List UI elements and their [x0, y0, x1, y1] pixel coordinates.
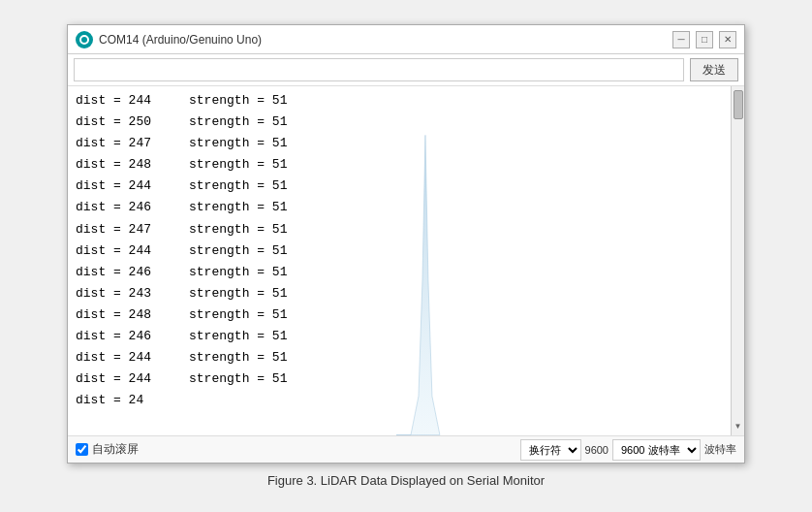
window-title: COM14 (Arduino/Genuino Uno) [99, 33, 262, 47]
title-bar: COM14 (Arduino/Genuino Uno) ─ □ ✕ [68, 25, 744, 54]
autoscroll-container: 自动滚屏 [76, 441, 139, 458]
serial-line: dist = 246 strength = 51 [76, 326, 736, 347]
scrollbar-arrow-down[interactable]: ▼ [733, 420, 744, 432]
serial-output[interactable]: dist = 244 strength = 51dist = 250 stren… [68, 86, 744, 435]
baud-rate-value: 9600 [585, 444, 609, 456]
arduino-logo-inner [79, 35, 89, 45]
scrollbar-thumb[interactable] [734, 90, 743, 119]
serial-line: dist = 248 strength = 51 [76, 304, 736, 326]
title-bar-controls: ─ □ ✕ [672, 31, 736, 48]
autoscroll-label: 自动滚屏 [92, 441, 139, 458]
serial-line: dist = 244 strength = 51 [76, 368, 736, 390]
serial-line: dist = 246 strength = 51 [76, 262, 736, 283]
baud-rate-label: 波特率 [704, 442, 736, 457]
serial-line: dist = 244 strength = 51 [76, 240, 736, 262]
minimize-button[interactable]: ─ [672, 31, 690, 48]
send-input[interactable] [74, 58, 684, 81]
serial-line: dist = 244 strength = 51 [76, 347, 736, 368]
scrollbar[interactable]: ▲ ▼ [731, 86, 744, 435]
monitor-area: dist = 244 strength = 51dist = 250 stren… [68, 86, 744, 435]
serial-line: dist = 247 strength = 51 [76, 219, 736, 240]
serial-line: dist = 248 strength = 51 [76, 154, 736, 176]
baud-rate-select[interactable]: 9600 波特率 [612, 439, 701, 461]
figure-caption: Figure 3. LiDAR Data Displayed on Serial… [267, 473, 545, 488]
serial-line: dist = 247 strength = 51 [76, 133, 736, 154]
close-button[interactable]: ✕ [719, 31, 736, 48]
serial-line: dist = 250 strength = 51 [76, 112, 736, 133]
arduino-logo [76, 31, 93, 48]
send-button[interactable]: 发送 [690, 58, 738, 81]
serial-line: dist = 24 [76, 390, 736, 411]
serial-line: dist = 244 strength = 51 [76, 90, 736, 112]
serial-line: dist = 244 strength = 51 [76, 176, 736, 197]
maximize-button[interactable]: □ [696, 31, 713, 48]
title-bar-left: COM14 (Arduino/Genuino Uno) [76, 31, 262, 48]
line-ending-select[interactable]: 换行符 [520, 439, 581, 461]
status-bar: 自动滚屏 换行符 9600 9600 波特率 波特率 [68, 435, 744, 463]
toolbar: 发送 [68, 54, 744, 86]
serial-line: dist = 243 strength = 51 [76, 283, 736, 304]
serial-monitor-window: COM14 (Arduino/Genuino Uno) ─ □ ✕ 发送 dis… [67, 24, 745, 464]
autoscroll-checkbox[interactable] [76, 443, 88, 456]
serial-line: dist = 246 strength = 51 [76, 197, 736, 218]
status-bar-right: 换行符 9600 9600 波特率 波特率 [520, 439, 736, 461]
